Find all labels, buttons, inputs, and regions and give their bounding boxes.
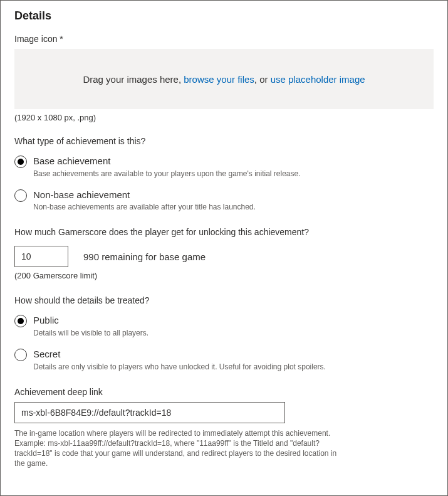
radio-content: Base achievement Base achievements are a…: [33, 155, 434, 179]
radio-content: Public Details will be visible to all pl…: [33, 314, 434, 338]
section-title: Details: [14, 9, 434, 23]
radio-desc: Details will be visible to all players.: [33, 328, 346, 338]
image-dropzone[interactable]: Drag your images here, browse your files…: [14, 49, 434, 109]
radio-nonbase-achievement[interactable]: Non-base achievement Non-base achievemen…: [14, 189, 434, 213]
radio-label: Public: [33, 314, 434, 327]
radio-desc: Base achievements are available to your …: [33, 169, 346, 179]
deeplink-label: Achievement deep link: [14, 387, 434, 397]
image-icon-hint: (1920 x 1080 px, .png): [14, 113, 434, 122]
radio-label: Non-base achievement: [33, 189, 434, 201]
achievement-type-question: What type of achievement is this?: [14, 136, 434, 146]
gamerscore-remaining: 990 remaining for base game: [83, 251, 206, 262]
details-panel: Details Image icon * Drag your images he…: [0, 0, 448, 496]
deeplink-input[interactable]: [14, 402, 285, 423]
visibility-question: How should the details be treated?: [14, 295, 434, 305]
radio-content: Secret Details are only visible to playe…: [33, 348, 434, 372]
deeplink-help: The in-game location where players will …: [14, 428, 340, 469]
dropzone-prefix: Drag your images here,: [83, 74, 184, 85]
radio-desc: Details are only visible to players who …: [33, 362, 346, 372]
radio-icon: [14, 315, 27, 327]
radio-label: Base achievement: [33, 155, 434, 167]
radio-icon: [14, 189, 27, 202]
achievement-type-group: Base achievement Base achievements are a…: [14, 155, 434, 212]
radio-secret[interactable]: Secret Details are only visible to playe…: [14, 348, 434, 372]
radio-label: Secret: [33, 348, 434, 361]
gamerscore-input[interactable]: [14, 246, 68, 267]
gamerscore-limit: (200 Gamerscore limit): [14, 271, 434, 280]
dropzone-middle: , or: [254, 74, 271, 85]
radio-icon: [14, 156, 27, 168]
placeholder-image-link[interactable]: use placeholder image: [271, 74, 365, 85]
dropzone-text: Drag your images here, browse your files…: [83, 74, 365, 85]
visibility-group: Public Details will be visible to all pl…: [14, 314, 434, 371]
radio-desc: Non-base achievements are available afte…: [33, 202, 346, 212]
radio-content: Non-base achievement Non-base achievemen…: [33, 189, 434, 213]
radio-icon: [14, 349, 27, 361]
radio-public[interactable]: Public Details will be visible to all pl…: [14, 314, 434, 338]
image-icon-label: Image icon *: [14, 34, 434, 44]
gamerscore-row: 990 remaining for base game: [14, 246, 434, 267]
radio-base-achievement[interactable]: Base achievement Base achievements are a…: [14, 155, 434, 179]
browse-files-link[interactable]: browse your files: [184, 74, 254, 85]
gamerscore-question: How much Gamerscore does the player get …: [14, 227, 434, 237]
